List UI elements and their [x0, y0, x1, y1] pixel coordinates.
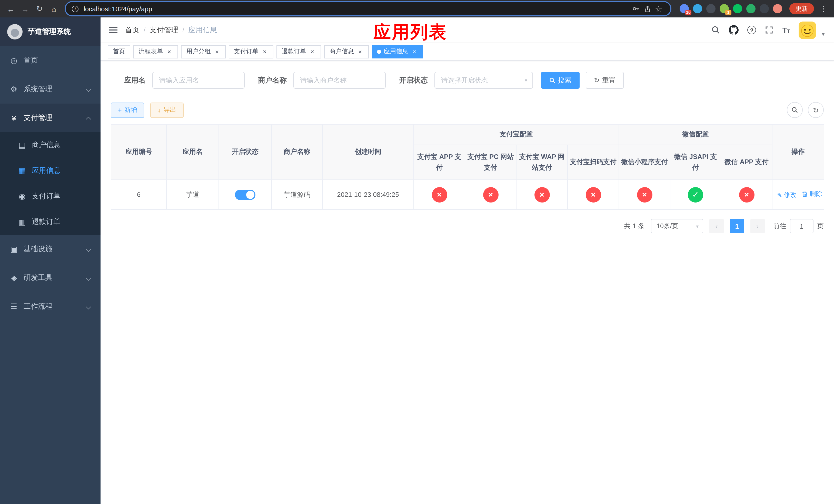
sidebar-item-payment-order[interactable]: ◉支付订单 — [0, 184, 101, 209]
page-number-button[interactable]: 1 — [730, 219, 744, 233]
tab-payment-order[interactable]: 支付订单× — [229, 45, 273, 58]
sidebar-item-refund-order[interactable]: ▥退款订单 — [0, 209, 101, 235]
status-label: 开启状态 — [399, 76, 428, 85]
merchant-name-input[interactable] — [293, 72, 386, 89]
browser-menu-icon[interactable]: ⋮ — [817, 4, 830, 13]
extension-drop-icon[interactable] — [693, 4, 702, 13]
cell-enabled — [219, 180, 271, 209]
cell-pay-status: × — [568, 180, 619, 209]
column-header: 微信小程序支付 — [619, 145, 670, 180]
github-icon[interactable] — [729, 25, 739, 35]
user-menu-caret-icon[interactable]: ▼ — [821, 31, 826, 37]
password-key-icon[interactable] — [630, 3, 642, 14]
tab-home[interactable]: 首页 — [108, 45, 130, 58]
cell-actions: ✎修改删除 — [772, 180, 824, 209]
column-header: 支付宝扫码支付 — [568, 145, 619, 180]
page-size-select[interactable]: 10条/页 ▾ — [651, 219, 703, 233]
goto-page-input[interactable] — [790, 219, 813, 233]
sidebar-item-merchant-info[interactable]: ▤商户信息 — [0, 132, 101, 158]
user-avatar[interactable] — [798, 21, 816, 39]
help-icon[interactable]: ? — [748, 26, 756, 35]
prev-page-button[interactable]: ‹ — [709, 219, 724, 233]
close-icon[interactable]: × — [356, 48, 364, 55]
extension-globe-icon[interactable] — [706, 4, 716, 13]
status-disabled-icon: × — [637, 187, 652, 202]
address-bar[interactable]: i localhost:1024/pay/app ☆ — [66, 2, 671, 15]
enabled-toggle[interactable] — [235, 189, 256, 200]
toggle-search-button[interactable] — [787, 102, 803, 118]
breadcrumb-item[interactable]: 支付管理 — [150, 25, 178, 35]
close-icon[interactable]: × — [411, 48, 418, 55]
chevron-icon — [86, 116, 91, 121]
wechat-group-header: 微信配置 — [619, 124, 772, 145]
tab-user-group[interactable]: 用户分组× — [181, 45, 226, 58]
browser-forward-icon[interactable]: → — [19, 2, 32, 15]
export-button[interactable]: ↓ 导出 — [151, 102, 184, 118]
sidebar-item-payment[interactable]: ¥支付管理 — [0, 104, 101, 132]
bookmark-star-icon[interactable]: ☆ — [653, 3, 664, 14]
tab-process-form[interactable]: 流程表单× — [133, 45, 178, 58]
header-search-icon[interactable] — [712, 26, 720, 35]
sidebar-item-label: 支付管理 — [24, 113, 82, 122]
app-title: 芋道管理系统 — [28, 27, 71, 37]
app-logo[interactable]: 芋道管理系统 — [0, 18, 101, 46]
sidebar-toggle-icon[interactable] — [109, 26, 118, 34]
breadcrumb: 首页/支付管理/应用信息 — [125, 25, 217, 35]
alipay-group-header: 支付宝配置 — [414, 124, 619, 145]
tab-merchant-info[interactable]: 商户信息× — [324, 45, 369, 58]
sidebar-item-dev-tools[interactable]: ◈研发工具 — [0, 264, 101, 292]
close-icon[interactable]: × — [261, 48, 268, 55]
total-count-text: 共 1 条 — [624, 222, 645, 231]
sidebar-item-label: 首页 — [24, 56, 91, 65]
browser-home-icon[interactable]: ⌂ — [47, 2, 61, 15]
sidebar-item-workflow[interactable]: ☰工作流程 — [0, 292, 101, 321]
sidebar-item-system[interactable]: ⚙系统管理 — [0, 75, 101, 104]
chevron-down-icon: ▾ — [525, 77, 527, 83]
table-header-row-1: 应用编号应用名开启状态商户名称创建时间支付宝配置微信配置操作 — [111, 124, 824, 145]
sidebar-item-app-info[interactable]: ▦应用信息 — [0, 158, 101, 184]
tab-label: 退款订单 — [282, 47, 306, 56]
extension-chat-icon[interactable] — [746, 4, 755, 13]
delete-button[interactable]: 删除 — [802, 190, 822, 199]
browser-update-button[interactable]: 更新 — [789, 3, 814, 14]
sidebar-item-label: 工作流程 — [24, 302, 82, 311]
refresh-button[interactable]: ↻ — [808, 102, 824, 118]
reset-button-label: 重置 — [602, 76, 615, 85]
status-enabled-icon: ✓ — [688, 187, 703, 202]
next-page-button[interactable]: › — [750, 219, 765, 233]
tab-app-info[interactable]: 应用信息× — [372, 45, 423, 58]
search-button[interactable]: 搜索 — [541, 72, 579, 89]
extension-puzzle-icon[interactable]: 10 — [680, 4, 689, 13]
cell-merchant-name: 芋道源码 — [271, 180, 322, 209]
column-header: 微信 JSAPI 支付 — [670, 145, 721, 180]
extension-wechat-dev-icon[interactable] — [733, 4, 742, 13]
navbar-actions: ? TT — [712, 21, 826, 39]
fullscreen-icon[interactable] — [765, 26, 774, 35]
add-button[interactable]: + 新增 — [111, 102, 145, 118]
breadcrumb-item[interactable]: 首页 — [125, 25, 139, 35]
browser-back-icon[interactable]: ← — [4, 2, 18, 15]
extension-face-icon[interactable] — [773, 4, 782, 13]
share-icon[interactable] — [642, 3, 653, 14]
close-icon[interactable]: × — [309, 48, 316, 55]
font-size-icon[interactable]: TT — [783, 26, 790, 34]
close-icon[interactable]: × — [213, 48, 221, 55]
cell-created-at: 2021-10-23 08:49:25 — [322, 180, 414, 209]
site-info-icon[interactable]: i — [72, 5, 79, 12]
order-icon: ◉ — [18, 192, 27, 201]
goto-prefix-label: 前往 — [773, 222, 786, 231]
edit-button[interactable]: ✎修改 — [777, 191, 796, 200]
reset-button[interactable]: ↻ 重置 — [586, 72, 624, 89]
close-icon[interactable]: × — [166, 48, 173, 55]
extension-monkey-icon[interactable] — [760, 4, 769, 13]
sidebar-item-home[interactable]: ◎首页 — [0, 46, 101, 75]
extension-colorful-icon[interactable]: 1 — [720, 4, 729, 13]
sidebar-item-label: 研发工具 — [24, 273, 82, 282]
tab-refund-order[interactable]: 退款订单× — [277, 45, 321, 58]
cell-pay-status: × — [721, 180, 772, 209]
status-select[interactable]: 请选择开启状态 ▾ — [435, 72, 533, 89]
sidebar-item-infrastructure[interactable]: ▣基础设施 — [0, 235, 101, 264]
gear-icon: ⚙ — [9, 85, 19, 94]
browser-reload-icon[interactable]: ↻ — [33, 2, 46, 15]
app-name-input[interactable] — [152, 72, 245, 89]
